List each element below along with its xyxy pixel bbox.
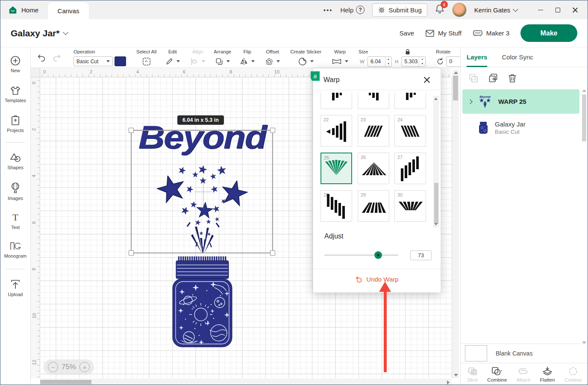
width-spinner[interactable]: ▲▼ (385, 57, 391, 66)
design-galaxy-jar[interactable] (169, 254, 235, 349)
sidebar-item-text[interactable]: T Text (0, 212, 30, 230)
zoom-out-button[interactable]: − (48, 362, 58, 372)
trash-icon[interactable] (508, 73, 517, 83)
minimize-button[interactable] (532, 3, 549, 17)
scrollbar-thumb[interactable] (434, 183, 438, 224)
warp-style-27-icon (395, 153, 426, 185)
edit-pencil-icon (165, 57, 173, 66)
selection-box[interactable] (131, 130, 273, 253)
scrollbar-thumb[interactable] (40, 380, 91, 384)
help-button[interactable]: Help ? (340, 6, 365, 14)
arrange-icon (215, 57, 223, 66)
scroll-right-arrow[interactable] (447, 380, 450, 385)
warp-style-29[interactable]: 29 (358, 190, 389, 222)
tab-home[interactable]: Home (0, 0, 48, 19)
close-icon[interactable] (423, 76, 430, 83)
machine-select[interactable]: Maker 3 (473, 29, 509, 37)
height-input[interactable] (402, 59, 419, 65)
layers-scrollbar[interactable] (581, 88, 587, 345)
sidebar-item-shapes[interactable]: Shapes (0, 152, 30, 170)
offset-button[interactable]: Offset (261, 47, 284, 68)
create-sticker-button[interactable]: Create Sticker (286, 47, 326, 68)
undo-icon[interactable] (37, 53, 46, 62)
scroll-down-arrow[interactable] (454, 374, 458, 376)
maximize-button[interactable] (549, 3, 566, 17)
layer-row-galaxy-jar[interactable]: Galaxy Jar Basic Cut (462, 116, 579, 140)
selection-handle-tr[interactable] (270, 128, 275, 133)
selection-handle-bl[interactable] (129, 250, 134, 256)
combine-button[interactable]: Combine (487, 367, 507, 382)
scroll-up-arrow[interactable] (582, 89, 586, 92)
overflow-menu-icon[interactable]: ••• (323, 6, 333, 14)
layer-row-warp-25[interactable]: Beyond WARP 25 (462, 89, 579, 114)
canvas-horizontal-scrollbar[interactable] (40, 379, 451, 385)
warp-style-24[interactable]: 24 (394, 115, 426, 147)
project-title-menu[interactable]: Galaxy Jar* (0, 28, 68, 38)
undo-warp-label: Undo Warp (366, 276, 398, 283)
tab-layers[interactable]: Layers (467, 53, 487, 61)
warp-grid-scrollbar[interactable] (433, 96, 439, 227)
lock-icon[interactable] (404, 48, 411, 55)
warp-button[interactable]: Warp (327, 47, 353, 68)
operation-select[interactable]: Basic Cut (74, 56, 113, 66)
scroll-down-arrow[interactable] (434, 223, 438, 226)
adjust-slider-thumb[interactable] (374, 251, 382, 259)
warp-style-25-selected[interactable]: 25 (320, 153, 352, 184)
blank-canvas-row[interactable]: Blank Canvas (461, 344, 588, 363)
tab-canvas[interactable]: Canvas (48, 2, 89, 19)
warp-style-partial-3[interactable] (394, 93, 426, 109)
user-menu[interactable]: Kerrin Gates (474, 6, 517, 14)
warp-style-22[interactable]: 22 (320, 115, 352, 147)
adjust-slider[interactable] (324, 255, 398, 256)
notifications-button[interactable]: 4 (435, 4, 444, 16)
dropdown-arrow-icon (202, 60, 205, 62)
flip-button[interactable]: Flip (235, 47, 259, 68)
make-button[interactable]: Make (520, 24, 577, 42)
warp-style-partial-1[interactable] (320, 93, 352, 109)
selection-handle-br[interactable] (270, 250, 275, 256)
arrange-button[interactable]: Arrange (209, 47, 235, 68)
save-button[interactable]: Save (400, 29, 414, 37)
titlebar: Home Canvas ••• Help ? Submit Bug (0, 0, 588, 19)
edit-button[interactable]: Edit (161, 47, 184, 68)
warp-style-30[interactable]: 30 (394, 190, 426, 222)
zoom-in-button[interactable]: + (79, 362, 90, 372)
sidebar-item-new[interactable]: New (0, 55, 30, 73)
scrollbar-thumb[interactable] (582, 94, 586, 141)
height-spinner[interactable]: ▲▼ (419, 57, 425, 66)
warp-style-partial-2[interactable] (358, 93, 389, 109)
rotate-label: Rotate (436, 49, 450, 54)
select-all-button[interactable]: Select All (132, 47, 161, 68)
sidebar-item-projects[interactable]: Projects (0, 115, 30, 133)
my-stuff-button[interactable]: My Stuff (425, 29, 462, 37)
scroll-up-arrow[interactable] (434, 97, 438, 100)
flatten-button[interactable]: Flatten (540, 367, 555, 382)
avatar[interactable] (452, 3, 467, 17)
expand-chevron-icon[interactable] (467, 99, 472, 104)
duplicate-icon[interactable] (488, 73, 498, 83)
warp-style-28[interactable]: 28 (320, 190, 352, 222)
sidebar-item-upload[interactable]: Upload (0, 278, 30, 297)
color-swatch[interactable] (115, 56, 126, 66)
sidebar-item-templates[interactable]: Templates (0, 85, 30, 103)
flip-icon (240, 57, 248, 66)
width-input[interactable] (368, 59, 385, 65)
warp-style-23[interactable]: 23 (358, 115, 389, 147)
tab-color-sync[interactable]: Color Sync (502, 53, 533, 61)
warp-style-26[interactable]: 26 (358, 153, 389, 184)
rotate-icon[interactable] (436, 57, 444, 66)
close-button[interactable] (566, 3, 583, 17)
height-letter: H (395, 59, 398, 64)
warp-style-27[interactable]: 27 (394, 153, 426, 184)
scroll-up-arrow[interactable] (454, 71, 458, 74)
selection-handle-tl[interactable] (129, 128, 134, 133)
canvas-vertical-scrollbar[interactable] (452, 70, 459, 378)
redo-icon[interactable] (52, 53, 62, 62)
sidebar-item-monogram[interactable]: Monogram (0, 241, 30, 259)
adjust-value-box[interactable]: 73 (410, 250, 432, 260)
undo-warp-button[interactable]: Undo Warp (313, 275, 441, 283)
scrollbar-thumb[interactable] (453, 76, 458, 100)
align-label: Align (192, 49, 203, 54)
submit-bug-button[interactable]: Submit Bug (372, 3, 427, 17)
sidebar-item-images[interactable]: Images (0, 182, 30, 201)
